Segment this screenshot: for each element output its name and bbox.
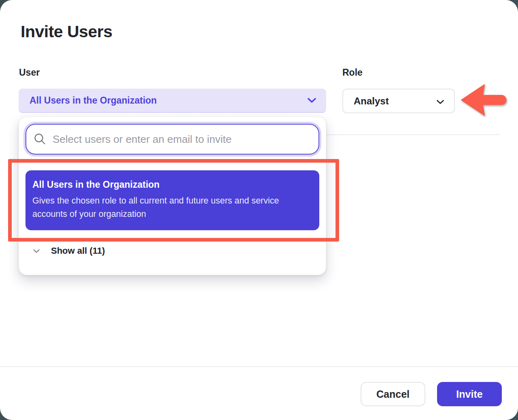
chevron-down-icon (33, 249, 40, 253)
role-select-value: Analyst (354, 95, 389, 107)
user-select-value: All Users in the Organization (30, 95, 157, 106)
chevron-down-icon (307, 98, 316, 103)
option-description: Gives the chosen role to all current and… (32, 194, 308, 221)
user-select[interactable]: All Users in the Organization (19, 89, 326, 113)
user-field-label: User (19, 67, 40, 78)
show-all-toggle[interactable]: Show all (11) (33, 246, 105, 256)
invite-users-modal: Invite Users User Role All Users in the … (0, 0, 518, 420)
search-icon (34, 133, 47, 146)
invite-button[interactable]: Invite (437, 382, 502, 406)
chevron-down-icon (436, 100, 444, 104)
option-title: All Users in the Organization (32, 179, 311, 190)
modal-title: Invite Users (21, 22, 112, 41)
role-select[interactable]: Analyst (342, 89, 455, 113)
footer-divider (0, 366, 518, 367)
role-field-label: Role (342, 67, 363, 78)
cancel-button[interactable]: Cancel (361, 382, 425, 406)
option-all-users-in-organization[interactable]: All Users in the Organization Gives the … (25, 170, 319, 230)
page-backdrop: Invite Users User Role All Users in the … (0, 0, 518, 420)
annotation-left-arrow-icon (460, 82, 508, 119)
show-all-label: Show all (11) (51, 246, 105, 256)
user-search-box[interactable] (25, 124, 319, 155)
user-dropdown-panel: All Users in the Organization Gives the … (19, 117, 326, 275)
user-search-input[interactable] (52, 133, 304, 146)
